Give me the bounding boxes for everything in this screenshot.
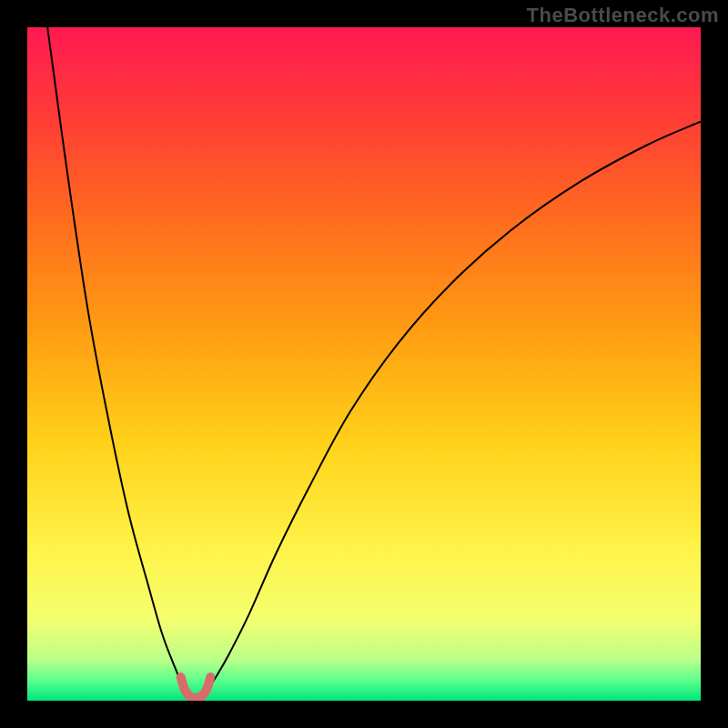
plot-svg [27, 27, 701, 701]
chart-frame: TheBottleneck.com [0, 0, 728, 728]
watermark-text: TheBottleneck.com [527, 4, 719, 27]
gradient-background [27, 27, 701, 701]
plot-area [27, 27, 701, 701]
